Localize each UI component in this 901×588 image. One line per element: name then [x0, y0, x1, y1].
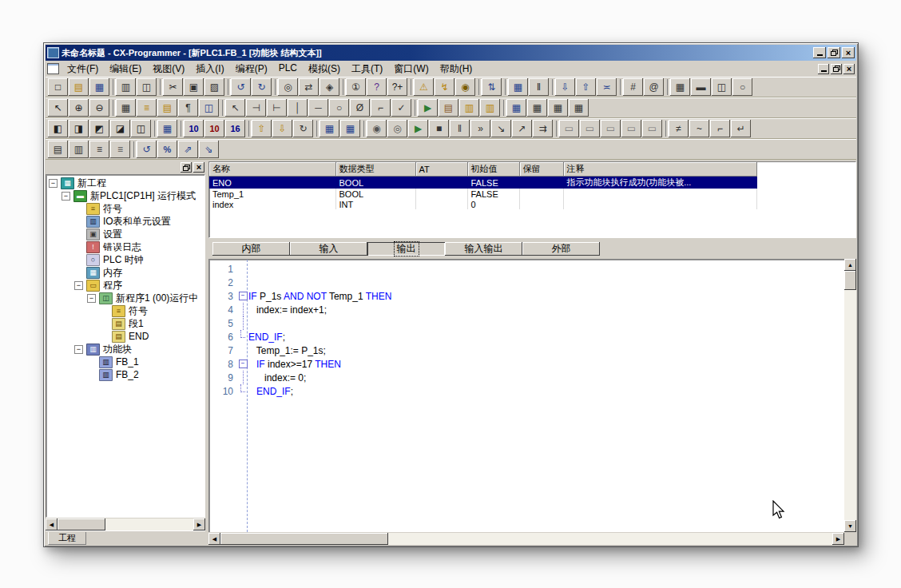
- redo-button[interactable]: ↻: [252, 78, 272, 96]
- continuous-step-button[interactable]: ⇉: [533, 120, 553, 137]
- code-line-2[interactable]: 2: [209, 276, 844, 289]
- workspace-close-button[interactable]: ×: [193, 162, 204, 173]
- pause-simulation-button[interactable]: ‖: [450, 120, 470, 137]
- copy-button[interactable]: ▣: [184, 78, 204, 96]
- rotate-tool-button[interactable]: ↺: [137, 141, 157, 158]
- detail-view-button[interactable]: ≡: [110, 141, 130, 158]
- monitor-window-2-button[interactable]: ▦: [340, 120, 360, 137]
- code-line-5[interactable]: 5: [209, 316, 844, 330]
- address-reference-button[interactable]: @: [644, 78, 664, 96]
- work-online-button[interactable]: ⇅: [482, 78, 502, 96]
- grid-button[interactable]: ▦: [116, 99, 136, 117]
- window-view-3-button[interactable]: ◩: [89, 120, 109, 137]
- window-view-1-button[interactable]: ◧: [48, 120, 68, 137]
- font-size-10-alt-button[interactable]: 10: [204, 120, 224, 137]
- skew-down-tool-button[interactable]: ⇘: [199, 141, 219, 158]
- mdi-close-button[interactable]: ×: [843, 64, 855, 74]
- differential-monitor-button[interactable]: ≠: [669, 120, 689, 137]
- pause-monitoring-button[interactable]: ‖: [529, 78, 549, 96]
- tree-item-io-table[interactable]: ▥IO表和单元设置: [46, 215, 204, 228]
- reference-manual-button[interactable]: ▤: [439, 99, 458, 117]
- pane-split-2-button[interactable]: ▥: [69, 141, 89, 158]
- variable-cell[interactable]: FALSE: [467, 189, 519, 199]
- expander-icon[interactable]: −: [87, 294, 96, 303]
- window-view-4-button[interactable]: ◪: [110, 120, 130, 137]
- variable-cell[interactable]: FALSE: [467, 177, 519, 189]
- scroll-down-button[interactable]: ▼: [844, 520, 856, 532]
- workspace-dock-button[interactable]: [181, 162, 192, 173]
- list-view-button[interactable]: ≡: [89, 141, 109, 158]
- column-header-1[interactable]: 数据类型: [335, 162, 415, 177]
- variable-cell[interactable]: [756, 199, 855, 209]
- io-break-1-button[interactable]: ▭: [559, 120, 579, 137]
- stop-simulation-button[interactable]: ■: [429, 120, 449, 137]
- code-line-8[interactable]: 8− IF index>=17 THEN: [209, 357, 844, 371]
- column-header-2[interactable]: AT: [415, 162, 467, 177]
- time-chart-monitor-button[interactable]: ⌐: [710, 120, 730, 137]
- find-next-button[interactable]: ◈: [320, 78, 339, 96]
- tree-item-new-program1[interactable]: −◫新程序1 (00)运行中: [46, 292, 204, 304]
- scrollbar-thumb[interactable]: [58, 518, 105, 530]
- print-button[interactable]: ▥: [116, 78, 136, 96]
- column-header-3[interactable]: 初始值: [467, 162, 519, 177]
- tree-item-new-project[interactable]: −▦新工程: [46, 177, 204, 189]
- tree-item-plc-clock[interactable]: ○PLC 时钟: [46, 253, 204, 266]
- variable-cell[interactable]: [519, 199, 563, 209]
- simulator-connect-button[interactable]: ◉: [367, 120, 387, 137]
- new-button[interactable]: □: [48, 78, 68, 96]
- variable-cell[interactable]: [519, 189, 563, 199]
- variable-cell[interactable]: [519, 177, 563, 189]
- menu-item-0[interactable]: 文件(F): [62, 61, 104, 77]
- help-button[interactable]: ?: [367, 78, 387, 96]
- tab-internals[interactable]: 内部: [212, 242, 290, 256]
- workspace-horizontal-scrollbar[interactable]: ◀ ▶: [46, 518, 205, 530]
- column-header-6[interactable]: [756, 162, 855, 177]
- new-closed-contact-button[interactable]: ⊢: [267, 99, 287, 117]
- compile-button[interactable]: ⚠: [414, 78, 434, 96]
- tree-item-memory[interactable]: ▦内存: [46, 266, 204, 279]
- fold-minus-icon[interactable]: −: [237, 289, 248, 303]
- menu-item-7[interactable]: 工具(T): [346, 61, 388, 77]
- block-program-1-button[interactable]: ▦: [506, 99, 526, 117]
- tree-item-programs[interactable]: −▭程序: [46, 279, 204, 292]
- scrollbar-track[interactable]: [844, 271, 856, 520]
- title-bar[interactable]: 未命名标题 - CX-Programmer - [新PLC1.FB_1 [功能块…: [46, 45, 856, 61]
- io-break-4-button[interactable]: ▭: [621, 120, 641, 137]
- scrollbar-thumb[interactable]: [220, 533, 388, 545]
- zoom-out-button[interactable]: ⊖: [89, 99, 109, 117]
- block-program-2-button[interactable]: ▦: [527, 99, 547, 117]
- scroll-left-button[interactable]: ◀: [208, 533, 220, 545]
- column-header-0[interactable]: 名称: [209, 162, 335, 177]
- fold-minus-icon[interactable]: −: [237, 357, 248, 371]
- variable-cell[interactable]: BOOL: [335, 189, 415, 199]
- variable-cell[interactable]: [415, 177, 467, 189]
- scroll-right-button[interactable]: ▶: [832, 533, 844, 545]
- tree-item-symbols[interactable]: ≡符号: [46, 202, 204, 215]
- tree-item-section1[interactable]: ▤段1: [46, 317, 204, 330]
- monitor-in-rung-button[interactable]: ◫: [199, 99, 219, 117]
- variable-cell[interactable]: [563, 199, 756, 209]
- editor-vertical-scrollbar[interactable]: ▲ ▼: [844, 259, 856, 532]
- tree-item-fb1[interactable]: ▥FB_1: [46, 356, 204, 368]
- return-to-caller-button[interactable]: ↵: [731, 120, 751, 137]
- rung-wrap-button[interactable]: ¶: [178, 99, 198, 117]
- code-line-1[interactable]: 1: [209, 262, 844, 276]
- code-line-4[interactable]: 4 index:= index+1;: [209, 303, 844, 316]
- variable-cell[interactable]: BOOL: [335, 177, 415, 189]
- variable-cell[interactable]: ENO: [209, 177, 335, 189]
- block-program-3-button[interactable]: ▦: [548, 99, 568, 117]
- menu-item-1[interactable]: 编辑(E): [104, 61, 147, 77]
- instruction-check-button[interactable]: ✓: [391, 99, 411, 117]
- menu-item-8[interactable]: 窗口(W): [388, 61, 434, 77]
- tab-in-out[interactable]: 输入输出: [445, 242, 522, 256]
- expander-icon[interactable]: −: [74, 281, 83, 290]
- select-mode-button[interactable]: ↖: [225, 99, 245, 117]
- code-line-9[interactable]: 9 index:= 0;: [209, 371, 844, 384]
- editor-horizontal-scrollbar[interactable]: ◀ ▶: [208, 533, 856, 545]
- window-view-5-button[interactable]: ◫: [131, 120, 151, 137]
- step-in-button[interactable]: ↘: [491, 120, 511, 137]
- variable-cell[interactable]: 0: [467, 199, 519, 209]
- new-vertical-line-button[interactable]: │: [288, 99, 308, 117]
- column-header-4[interactable]: 保留: [519, 162, 563, 177]
- output-window-button[interactable]: ▬: [691, 78, 711, 96]
